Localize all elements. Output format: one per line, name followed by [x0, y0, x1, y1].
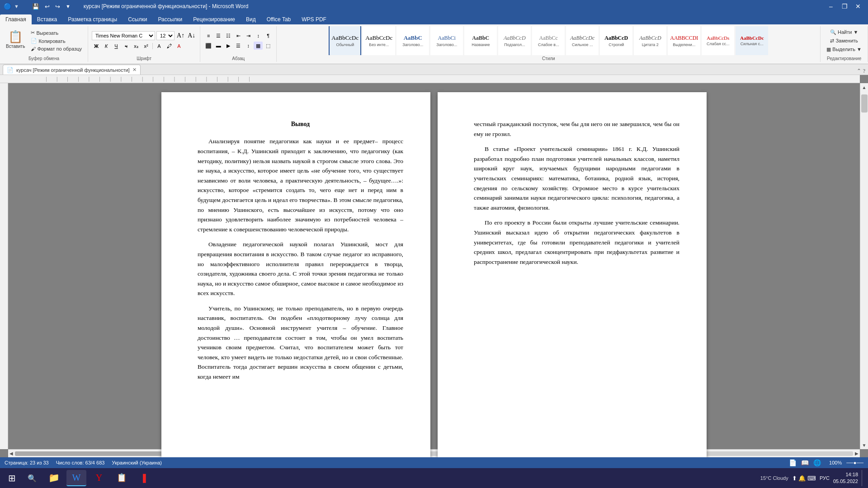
zoom-level: 100%: [829, 460, 842, 465]
underline-button[interactable]: Ч: [112, 42, 121, 50]
quick-redo-icon[interactable]: ↪: [55, 3, 60, 10]
style-no-spacing[interactable]: AaBbCcDc Без инте...: [363, 26, 395, 55]
paste-button[interactable]: 📋 Вставить: [4, 28, 27, 53]
style-title[interactable]: AaBbC Название: [464, 26, 497, 55]
format-painter-icon: 🖌: [31, 46, 36, 52]
numbered-list-button[interactable]: ☰: [214, 32, 223, 40]
show-marks-button[interactable]: ¶: [264, 32, 273, 40]
find-button[interactable]: 🔍 Найти ▼: [828, 28, 860, 36]
doc-tab-close[interactable]: ✕: [132, 67, 137, 73]
close-button[interactable]: ✕: [852, 0, 864, 13]
italic-button[interactable]: К: [102, 42, 111, 50]
strikethrough-button[interactable]: ч: [122, 42, 131, 50]
decrease-font-icon[interactable]: A↓: [187, 31, 196, 40]
style-heading2[interactable]: AaBbCi Заголово...: [430, 26, 463, 55]
view-reading-icon[interactable]: 📖: [801, 459, 809, 466]
quick-save-icon[interactable]: 💾: [32, 3, 39, 10]
scroll-down-arrow[interactable]: ▼: [860, 441, 868, 449]
view-web-icon[interactable]: 🌐: [813, 459, 821, 466]
paragraph-label: Абзац: [232, 55, 245, 62]
taskbar-word[interactable]: W: [66, 470, 86, 486]
tab-mailings[interactable]: Рассылки: [152, 14, 188, 24]
format-painter-label: Формат по образцу: [37, 46, 82, 52]
decrease-indent-button[interactable]: ⇤: [234, 32, 243, 40]
minimize-button[interactable]: –: [825, 0, 837, 13]
style-quote[interactable]: AaBbCcD Цитата 2: [634, 26, 666, 55]
find-icon: 🔍: [830, 29, 836, 35]
taskbar-explorer[interactable]: 📁: [44, 470, 64, 486]
ribbon-tabs: Главная Вставка Разметка страницы Ссылки…: [0, 13, 868, 24]
page-left-para-3: Учитель, по Ушинскому, не только препода…: [198, 304, 403, 382]
text-effects-button[interactable]: А: [155, 42, 164, 50]
tab-page-layout[interactable]: Разметка страницы: [62, 14, 123, 24]
quick-undo-icon[interactable]: ↩: [45, 3, 50, 10]
taskbar-app-pdf[interactable]: 📋: [112, 470, 132, 486]
tab-office[interactable]: Office Tab: [261, 14, 297, 24]
line-spacing-button[interactable]: ↕: [244, 42, 253, 50]
taskbar-app-red[interactable]: ❚: [134, 470, 154, 486]
style-subtle-reference[interactable]: AaBbCcDi Выделени...: [668, 26, 700, 55]
font-color-button[interactable]: А: [175, 42, 184, 50]
align-left-button[interactable]: ⬛: [204, 42, 213, 50]
style-strong[interactable]: AaBbCcD Строгий: [600, 26, 632, 55]
styles-label: Стили: [542, 55, 555, 62]
increase-indent-button[interactable]: ⇥: [244, 32, 253, 40]
taskbar-app-yandex[interactable]: Y: [89, 470, 109, 486]
show-desktop-button[interactable]: [862, 470, 864, 486]
highlight-button[interactable]: 🖍: [165, 42, 174, 50]
align-right-button[interactable]: ▶: [224, 42, 233, 50]
style-emphasis[interactable]: AaBbCcDc Сильное ...: [566, 26, 599, 55]
align-justify-button[interactable]: ☰: [234, 42, 243, 50]
clipboard-small-btns: ✂ Вырезать 📄 Копировать 🖌 Формат по обра…: [28, 29, 84, 52]
font-group-content: Times New Roman C 12 A↑ A↓ Ж К Ч ч х₂ х²…: [92, 26, 196, 55]
tab-view[interactable]: Вид: [241, 14, 261, 24]
tab-references[interactable]: Ссылки: [123, 14, 152, 24]
bullet-list-button[interactable]: ≡: [204, 32, 213, 40]
shading-button[interactable]: ▦: [254, 42, 263, 50]
collapse-ribbon-icon[interactable]: ⌃: [857, 68, 861, 75]
style-subtle-emphasis[interactable]: AaBbCc Слабое в...: [532, 26, 565, 55]
font-name-select[interactable]: Times New Roman C: [92, 31, 155, 40]
style-intense-reference[interactable]: AaBbCcDs Слабая сс...: [702, 26, 734, 55]
style-subtitle[interactable]: AaBbCcD Подзагол...: [498, 26, 531, 55]
tab-review[interactable]: Рецензирование: [188, 14, 241, 24]
view-normal-icon[interactable]: 📄: [789, 459, 797, 466]
cut-button[interactable]: ✂ Вырезать: [28, 29, 84, 37]
style-heading1[interactable]: AaBbC Заголово...: [396, 26, 429, 55]
word-count: Число слов: 63/4 683: [56, 460, 105, 465]
align-center-button[interactable]: ▬: [214, 42, 223, 50]
search-button[interactable]: 🔍: [23, 470, 41, 486]
replace-button[interactable]: ⇄ Заменить: [828, 37, 860, 45]
tab-wps[interactable]: WPS PDF: [296, 14, 332, 24]
replace-icon: ⇄: [830, 38, 834, 44]
document-tab[interactable]: 📄 курсач [Режим ограниченной функциональ…: [3, 65, 141, 75]
multilevel-list-button[interactable]: ☷: [224, 32, 233, 40]
help-icon[interactable]: ?: [863, 68, 865, 75]
language-indicator[interactable]: РУС: [820, 475, 830, 481]
scroll-thumb-vertical[interactable]: [861, 94, 868, 113]
scroll-up-arrow[interactable]: ▲: [860, 83, 868, 91]
bold-button[interactable]: Ж: [92, 42, 101, 50]
increase-font-icon[interactable]: A↑: [176, 31, 185, 40]
taskbar-clock[interactable]: 14:18 05.05.2022: [833, 471, 858, 485]
style-normal[interactable]: AaBbCcDc Обычный: [329, 26, 361, 55]
sort-button[interactable]: ↕: [254, 32, 263, 40]
font-size-select[interactable]: 12: [156, 31, 175, 40]
format-painter-button[interactable]: 🖌 Формат по образцу: [28, 45, 84, 52]
editing-group-content: 🔍 Найти ▼ ⇄ Заменить ▦ Выделить ▼: [824, 26, 864, 55]
start-button[interactable]: ⊞: [4, 470, 20, 486]
superscript-button[interactable]: х²: [142, 42, 151, 50]
style-book-title[interactable]: AaBbCcDc Сильная с...: [736, 26, 768, 55]
zoom-slider[interactable]: ──●──: [846, 460, 863, 465]
subscript-button[interactable]: х₂: [132, 42, 141, 50]
page-info: Страница: 23 из 33: [5, 460, 49, 465]
tab-insert[interactable]: Вставка: [32, 14, 63, 24]
styles-group: AaBbCcDc Обычный AaBbCcDc Без инте... Aa…: [277, 26, 821, 62]
quick-customize-icon[interactable]: ▼: [66, 4, 71, 9]
select-button[interactable]: ▦ Выделить ▼: [824, 46, 864, 53]
borders-button[interactable]: ⬚: [264, 42, 273, 50]
copy-button[interactable]: 📄 Копировать: [28, 37, 84, 45]
tab-home[interactable]: Главная: [0, 14, 32, 24]
page-right-para-2: В статье «Проект учительской семинарии» …: [474, 144, 679, 212]
restore-button[interactable]: ❐: [838, 0, 851, 13]
